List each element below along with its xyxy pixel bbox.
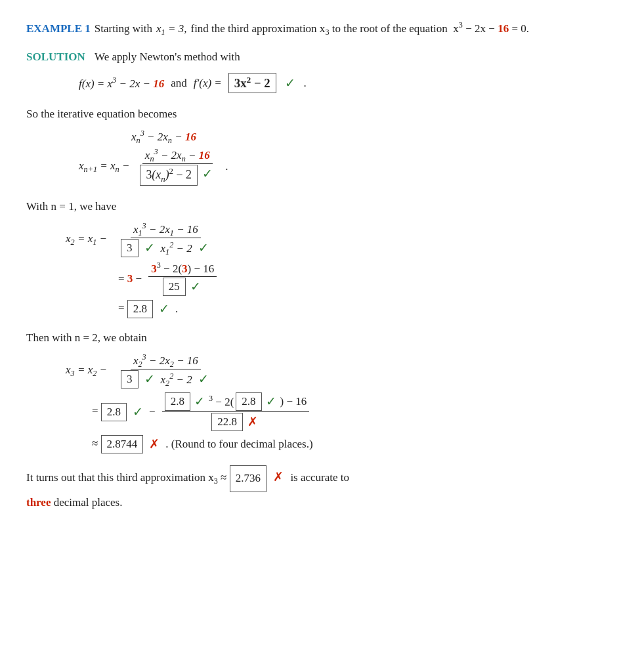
x3-numerator: x23 − 2x2 − 16 [131, 353, 201, 369]
iterative-eq-row: xn+1 = xn − xn3 − 2xn − 16 3(xn)2 − 2 ✓ … [79, 148, 593, 186]
x2-lhs: x2 = x1 − [66, 232, 112, 247]
example-label: EXAMPLE 1 [26, 20, 91, 37]
final-text3-red: three [26, 496, 51, 509]
final-text3-rest: decimal places. [54, 496, 123, 509]
x3-num2: 2.8 ✓ 3 − 2( 2.8 ✓ ) − 16 [162, 392, 310, 412]
fx-label: f(x) = x3 − 2x − 16 [79, 76, 164, 91]
x2-denominator: 3 ✓ x12 − 2 ✓ [118, 238, 213, 257]
x2-numerator: x13 − 2x1 − 16 [131, 222, 201, 238]
x2-num2: 33 − 2(3) − 16 [148, 261, 217, 277]
iterative-equation-block: xn3 − 2xn − 16 xn+1 = xn − xn3 − 2xn − 1… [79, 129, 593, 186]
x3-block: x3 = x2 − x23 − 2x2 − 16 3 ✓ x22 − 2 ✓ =… [66, 353, 593, 453]
x3-fraction2: 2.8 ✓ 3 − 2( 2.8 ✓ ) − 16 22.8 ✗ [162, 392, 310, 431]
solution-text: We apply Newton's method with [95, 51, 240, 63]
final-paragraph: It turns out that this third approximati… [26, 465, 593, 513]
solution-label: SOLUTION [26, 51, 85, 63]
n1-text: With n = 1, we have [26, 198, 593, 217]
dot3: . [175, 303, 178, 316]
iterative-text: So the iterative equation becomes [26, 105, 593, 124]
fpx-boxed: 3x2 − 2 [228, 73, 276, 93]
x2-den2: 25 ✓ [160, 277, 205, 296]
x3-denominator: 3 ✓ x22 − 2 ✓ [118, 369, 213, 388]
dot1: . [304, 77, 307, 90]
iterative-den: 3(xn)2 − 2 ✓ [137, 164, 217, 186]
fpx-label: f′(x) = [194, 77, 222, 90]
x2-result-line: = 2.8 ✓ . [118, 300, 593, 318]
x3-fraction: x23 − 2x2 − 16 3 ✓ x22 − 2 ✓ [118, 353, 213, 388]
example-text1: Starting with [95, 20, 152, 37]
x2-eq3: = 3 − [118, 272, 142, 285]
x3-den2: 22.8 ✗ [209, 412, 263, 431]
example-header: EXAMPLE 1 Starting with x1 = 3, find the… [26, 20, 593, 37]
x3-approx: ≈ 2.8744 [92, 435, 143, 453]
check-fpx: ✓ [285, 76, 295, 91]
xn1-label: xn+1 = xn − [79, 159, 129, 174]
x2-fraction2: 33 − 2(3) − 16 25 ✓ [148, 261, 217, 296]
dot2: . [225, 160, 228, 173]
x2-block: x2 = x1 − x13 − 2x1 − 16 3 ✓ x12 − 2 ✓ =… [66, 222, 593, 318]
x3-approx-line: ≈ 2.8744 ✗ . (Round to four decimal plac… [92, 435, 593, 453]
solution-header-line: SOLUTION We apply Newton's method with [26, 51, 593, 64]
x3-minus: − [149, 406, 156, 419]
x2-check-final: ✓ [159, 302, 169, 316]
iterative-numerator-text: xn3 − 2xn − 16 [131, 131, 196, 143]
fx-line: f(x) = x3 − 2x − 16 and f′(x) = 3x2 − 2 … [79, 73, 593, 93]
x2-fraction: x13 − 2x1 − 16 3 ✓ x12 − 2 ✓ [118, 222, 213, 257]
x3-check-28: ✓ [133, 405, 143, 419]
x2-result: = 2.8 [118, 300, 153, 318]
iterative-fraction-line: xn3 − 2xn − 16 [131, 129, 593, 144]
x2-line2: = 3 − 33 − 2(3) − 16 25 ✓ [118, 261, 593, 296]
iterative-fraction: xn3 − 2xn − 16 3(xn)2 − 2 ✓ [137, 148, 217, 186]
x3-approx-cross: ✗ [149, 437, 160, 452]
x3-line2: = 2.8 ✓ − 2.8 ✓ 3 − 2( 2.8 ✓ ) − 16 22.8… [92, 392, 593, 431]
example-text2: find the third approximation x3 to the r… [190, 20, 529, 37]
iterative-num: xn3 − 2xn − 16 [142, 148, 213, 164]
final-text2: is accurate to [290, 471, 349, 484]
x3-line1: x3 = x2 − x23 − 2x2 − 16 3 ✓ x22 − 2 ✓ [66, 353, 593, 388]
n2-text: Then with n = 2, we obtain [26, 329, 593, 348]
x3-round-text: . (Round to four decimal places.) [165, 438, 312, 451]
x2-line1: x2 = x1 − x13 − 2x1 − 16 3 ✓ x12 − 2 ✓ [66, 222, 593, 257]
final-cross: ✗ [273, 470, 284, 484]
example-x1: x1 = 3, [156, 20, 186, 37]
x3-eq28: = 2.8 [92, 403, 127, 421]
final-boxed-value: 2.736 [230, 465, 267, 492]
final-text1: It turns out that this third approximati… [26, 471, 230, 484]
x3-lhs: x3 = x2 − [66, 364, 112, 378]
and-text: and [171, 77, 187, 90]
